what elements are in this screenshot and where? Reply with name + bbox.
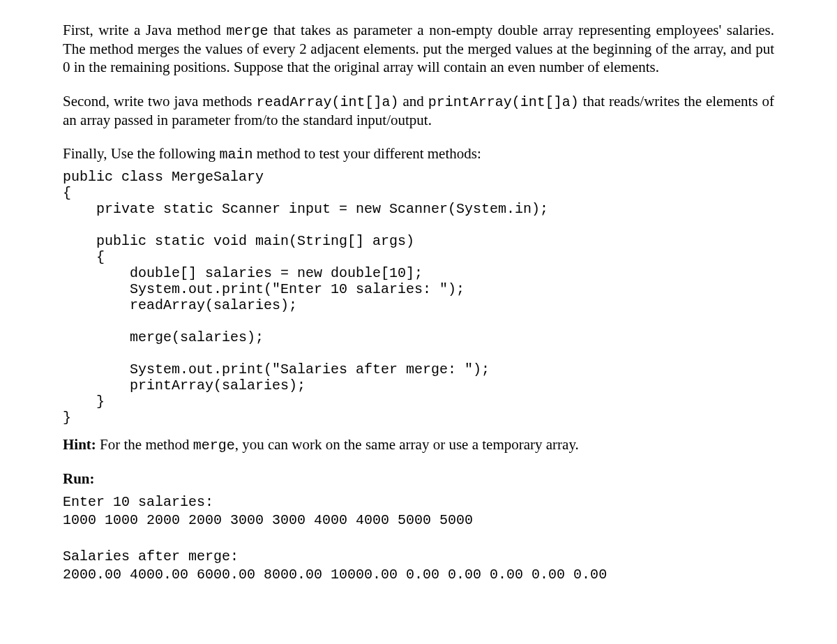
run-label: Run: xyxy=(63,470,774,488)
paragraph-second: Second, write two java methods readArray… xyxy=(63,92,774,129)
text: Finally, Use the following xyxy=(63,145,219,162)
inline-code-readarray: readArray(int[]a) xyxy=(256,94,398,110)
paragraph-first: First, write a Java method merge that ta… xyxy=(63,21,774,77)
run-line3: Salaries after merge: xyxy=(63,548,239,564)
run-heading: Run: xyxy=(63,470,95,487)
paragraph-hint: Hint: For the method merge, you can work… xyxy=(63,435,774,454)
text: First, write a Java method xyxy=(63,22,226,38)
run-line1: Enter 10 salaries: xyxy=(63,494,213,510)
inline-code-merge: merge xyxy=(226,23,268,39)
code-block-main: public class MergeSalary { private stati… xyxy=(63,169,774,426)
run-output: Enter 10 salaries: 1000 1000 2000 2000 3… xyxy=(63,493,774,584)
text: and xyxy=(398,93,428,110)
text: method to test your different methods: xyxy=(252,145,481,162)
run-line2: 1000 1000 2000 2000 3000 3000 4000 4000 … xyxy=(63,512,473,528)
paragraph-finally: Finally, Use the following main method t… xyxy=(63,144,774,163)
run-line4: 2000.00 4000.00 6000.00 8000.00 10000.00… xyxy=(63,567,607,583)
hint-label: Hint: xyxy=(63,436,96,453)
text: , you can work on the same array or use … xyxy=(235,436,579,453)
inline-code-printarray: printArray(int[]a) xyxy=(428,94,579,110)
text: For the method xyxy=(96,436,193,453)
inline-code-merge-hint: merge xyxy=(193,437,235,454)
text: Second, write two java methods xyxy=(63,93,256,110)
inline-code-main: main xyxy=(219,147,252,163)
